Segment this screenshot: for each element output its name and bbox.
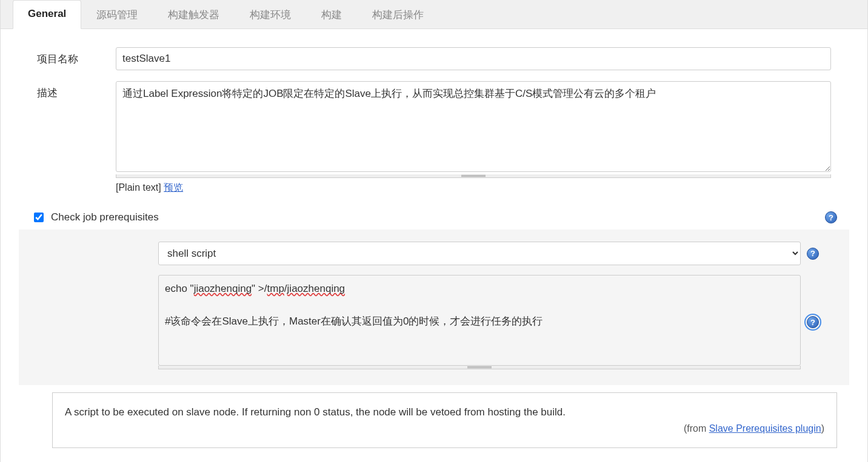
help-icon[interactable]: ? [825,211,837,223]
textarea-resize-grip[interactable] [116,174,831,178]
check-prereq-checkbox[interactable] [34,213,44,222]
project-name-row: 项目名称 [13,47,855,70]
config-container: General 源码管理 构建触发器 构建环境 构建 构建后操作 项目名称 描述… [0,0,868,462]
script-type-row: shell script ? [31,242,837,265]
check-prereq-row: Check job prerequisites ? [13,205,855,229]
help-icon[interactable]: ? [807,316,819,328]
script-type-select[interactable]: shell script [158,242,801,265]
description-row: 描述 通过Label Expression将特定的JOB限定在特定的Slave上… [13,81,855,194]
description-textarea[interactable]: 通过Label Expression将特定的JOB限定在特定的Slave上执行，… [116,81,831,172]
tab-scm[interactable]: 源码管理 [81,0,153,29]
script-text-content: echo "jiaozhenqing" >/tmp/jiaozhenqing #… [165,280,794,330]
info-box: A script to be executed on slave node. I… [52,392,837,448]
info-box-text: A script to be executed on slave node. I… [65,406,824,418]
plugin-link[interactable]: Slave Prerequisites plugin [709,423,821,434]
tab-build-env[interactable]: 构建环境 [235,0,306,29]
preview-link[interactable]: 预览 [164,182,183,193]
prereq-section: shell script ? echo "jiaozhenqing" >/tmp… [19,229,849,385]
tab-triggers[interactable]: 构建触发器 [153,0,235,29]
script-textarea[interactable]: echo "jiaozhenqing" >/tmp/jiaozhenqing #… [158,275,801,366]
plain-text-label: [Plain text] [116,182,164,193]
project-name-input[interactable] [116,47,831,70]
tab-build[interactable]: 构建 [306,0,357,29]
description-hint: [Plain text] 预览 [116,182,831,194]
info-box-credit: (from Slave Prerequisites plugin) [65,423,824,434]
script-content-row: echo "jiaozhenqing" >/tmp/jiaozhenqing #… [31,275,837,369]
description-label: 描述 [13,81,116,100]
tab-post-build[interactable]: 构建后操作 [357,0,439,29]
help-icon[interactable]: ? [807,248,819,260]
check-prereq-label: Check job prerequisites [51,211,159,223]
tabs-bar: General 源码管理 构建触发器 构建环境 构建 构建后操作 [1,0,867,29]
tab-general[interactable]: General [13,0,81,29]
textarea-resize-grip[interactable] [158,366,801,369]
content-area: 项目名称 描述 通过Label Expression将特定的JOB限定在特定的S… [1,29,867,462]
project-name-label: 项目名称 [13,47,116,66]
